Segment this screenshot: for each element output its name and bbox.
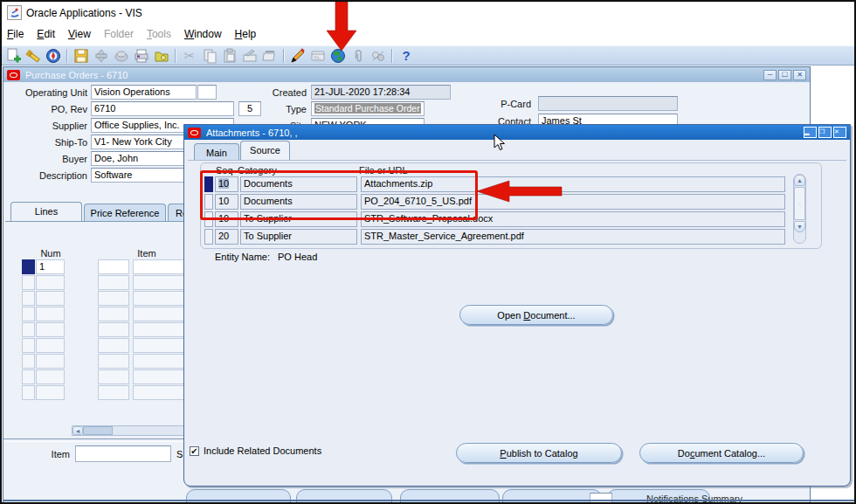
publish-to-catalog-button[interactable]: Publish to Catalog bbox=[456, 443, 622, 463]
file-url-cell[interactable]: STR_Master_Service_Agreement.pdf bbox=[361, 229, 785, 245]
close-icon[interactable]: ✕ bbox=[793, 70, 806, 80]
menu-view[interactable]: View bbox=[68, 28, 91, 40]
pcard-field bbox=[538, 96, 678, 111]
row-selector[interactable] bbox=[204, 229, 213, 245]
edit-pencil-icon[interactable] bbox=[289, 47, 307, 65]
file-url-cell[interactable]: Attachments.zip bbox=[361, 176, 785, 192]
covered-button[interactable] bbox=[502, 489, 602, 504]
attachment-row[interactable]: 10 Documents PO_204_6710_5_US.pdf bbox=[204, 194, 785, 210]
menu-edit[interactable]: Edit bbox=[37, 28, 55, 40]
tab-source[interactable]: Source bbox=[240, 141, 290, 160]
scroll-left-icon[interactable]: ◄ bbox=[72, 426, 83, 435]
line-type-cell[interactable] bbox=[98, 338, 129, 353]
open-document-button[interactable]: Open Document... bbox=[459, 305, 613, 325]
file-url-cell[interactable]: PO_204_6710_5_US.pdf bbox=[361, 194, 785, 210]
covered-button[interactable] bbox=[400, 489, 500, 504]
po-window-titlebar[interactable]: Purchase Orders - 6710 ─ ☐ ✕ bbox=[3, 67, 810, 82]
row-selector[interactable] bbox=[22, 322, 35, 337]
row-selector[interactable] bbox=[204, 176, 213, 192]
row-selector[interactable] bbox=[204, 194, 213, 210]
operating-unit-extra-field[interactable] bbox=[197, 85, 217, 100]
row-selector[interactable] bbox=[22, 259, 35, 274]
category-cell[interactable]: To Supplier bbox=[240, 211, 357, 227]
attachment-row[interactable]: 10 To Supplier STR_Software_Proposal.doc… bbox=[204, 211, 785, 227]
num-cell[interactable] bbox=[36, 354, 65, 369]
translations-globe-icon[interactable] bbox=[329, 47, 347, 65]
line-type-cell[interactable] bbox=[98, 385, 129, 400]
category-cell[interactable]: To Supplier bbox=[240, 229, 357, 245]
scroll-down-icon[interactable]: ▼ bbox=[794, 221, 805, 232]
grid-header-item: Item bbox=[105, 248, 189, 259]
line-type-cell[interactable] bbox=[98, 291, 129, 306]
navigator-icon[interactable] bbox=[45, 47, 62, 65]
num-cell[interactable] bbox=[36, 291, 65, 306]
row-selector[interactable] bbox=[22, 369, 35, 384]
covered-button[interactable] bbox=[296, 489, 392, 504]
new-icon[interactable] bbox=[4, 47, 22, 65]
find-flashlight-icon[interactable] bbox=[24, 47, 42, 65]
help-icon[interactable]: ? bbox=[397, 47, 415, 65]
export-card-icon bbox=[309, 47, 327, 65]
num-cell[interactable] bbox=[36, 307, 65, 321]
tab-lines[interactable]: Lines bbox=[10, 202, 82, 222]
attachment-row[interactable]: 20 To Supplier STR_Master_Service_Agreem… bbox=[204, 229, 785, 245]
save-icon[interactable] bbox=[72, 47, 90, 65]
close-icon[interactable]: ✕ bbox=[833, 127, 846, 138]
scrollbar-thumb[interactable] bbox=[83, 426, 113, 435]
line-type-cell[interactable] bbox=[98, 369, 129, 384]
include-related-checkbox[interactable]: ✔ bbox=[190, 446, 199, 456]
num-cell[interactable] bbox=[36, 275, 65, 290]
menu-window[interactable]: Window bbox=[184, 28, 222, 40]
covered-button[interactable] bbox=[186, 489, 291, 504]
num-cell[interactable]: 1 bbox=[36, 259, 65, 274]
line-type-cell[interactable] bbox=[98, 259, 129, 274]
line-type-cell[interactable] bbox=[98, 322, 129, 337]
row-selector[interactable] bbox=[22, 354, 35, 369]
close-form-icon[interactable] bbox=[153, 47, 170, 65]
grid-header-num: Num bbox=[35, 248, 66, 259]
attachments-vscrollbar[interactable]: ▲ ∴ ▼ bbox=[793, 174, 806, 244]
menu-file[interactable]: File bbox=[7, 28, 24, 40]
item-summary-field[interactable] bbox=[75, 445, 171, 462]
operating-unit-field[interactable]: Vision Operations bbox=[91, 85, 197, 100]
document-catalog-button[interactable]: Document Catalog... bbox=[639, 443, 804, 463]
category-cell[interactable]: Documents bbox=[240, 176, 357, 192]
row-selector[interactable] bbox=[22, 291, 35, 306]
tab-main[interactable]: Main bbox=[194, 143, 239, 160]
row-selector[interactable] bbox=[22, 338, 35, 353]
row-selector[interactable] bbox=[22, 275, 35, 290]
seq-cell[interactable]: 20 bbox=[215, 229, 238, 245]
attachment-row[interactable]: 10 Documents Attachments.zip bbox=[204, 176, 785, 192]
print-icon[interactable] bbox=[133, 47, 150, 65]
seq-cell[interactable]: 10 bbox=[215, 176, 238, 192]
file-url-cell[interactable]: STR_Software_Proposal.docx bbox=[361, 211, 785, 227]
lines-hscrollbar[interactable]: ◄ bbox=[72, 425, 187, 436]
maximize-icon[interactable]: ☐ bbox=[778, 70, 791, 80]
line-type-cell[interactable] bbox=[98, 354, 129, 369]
minimize-icon[interactable]: ▂ bbox=[804, 127, 817, 138]
num-cell[interactable] bbox=[36, 369, 65, 384]
num-cell[interactable] bbox=[36, 385, 65, 400]
scroll-up-icon[interactable]: ▲ bbox=[794, 175, 805, 186]
num-cell[interactable] bbox=[36, 338, 65, 353]
scrollbar-thumb[interactable]: ∴ bbox=[794, 187, 805, 220]
line-type-cell[interactable] bbox=[98, 275, 129, 290]
row-selector[interactable] bbox=[22, 307, 35, 321]
num-cell[interactable] bbox=[36, 322, 65, 337]
po-number-field[interactable]: 6710 bbox=[91, 101, 234, 116]
row-selector[interactable] bbox=[22, 385, 35, 400]
type-field[interactable]: Standard Purchase Order bbox=[311, 101, 425, 116]
tab-price-reference[interactable]: Price Reference bbox=[84, 204, 166, 222]
minimize-icon[interactable]: ─ bbox=[763, 70, 777, 80]
col-header-file-url: File or URL bbox=[359, 165, 408, 176]
partial-covered-label: S bbox=[176, 449, 183, 459]
seq-cell[interactable]: 10 bbox=[215, 211, 238, 227]
category-cell[interactable]: Documents bbox=[240, 194, 357, 210]
attachments-titlebar[interactable]: Attachments - 6710, , ▂ ❐ ✕ bbox=[184, 125, 850, 140]
seq-cell[interactable]: 10 bbox=[215, 194, 238, 210]
line-type-cell[interactable] bbox=[98, 307, 129, 321]
attachments-paperclip-icon[interactable] bbox=[349, 47, 367, 65]
row-selector[interactable] bbox=[204, 211, 213, 227]
restore-icon[interactable]: ❐ bbox=[818, 127, 832, 138]
menu-help[interactable]: Help bbox=[235, 28, 257, 40]
